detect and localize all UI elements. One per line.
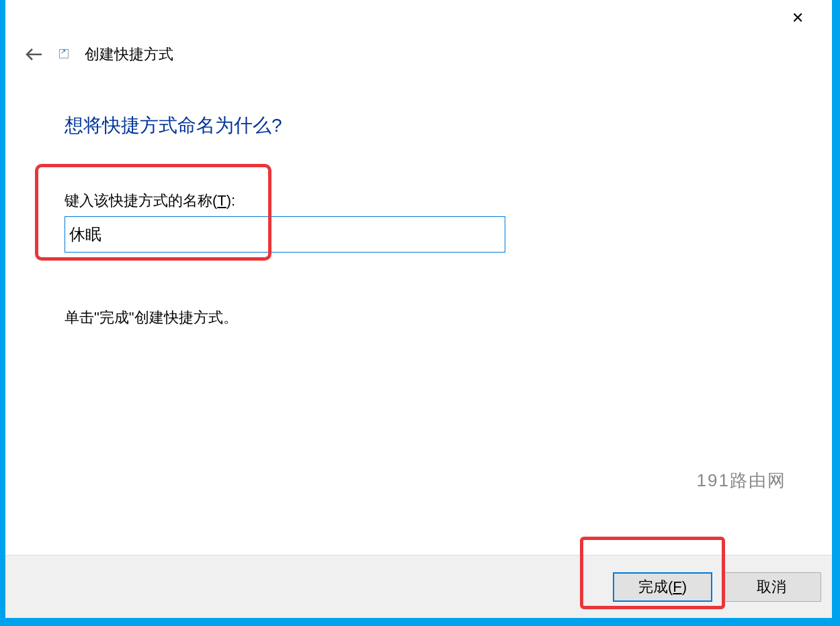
instruction-text: 单击"完成"创建快捷方式。 (65, 308, 805, 328)
label-suffix: ): (226, 192, 235, 209)
footer-bar: 完成(F) 取消 (5, 555, 832, 618)
finish-button[interactable]: 完成(F) (613, 572, 712, 602)
close-icon: ✕ (792, 9, 804, 27)
back-arrow-icon (26, 47, 43, 62)
name-field-label: 键入该快捷方式的名称(T): (65, 191, 805, 211)
finish-accelerator: F (673, 578, 681, 596)
finish-prefix: 完成( (638, 577, 673, 597)
cancel-button[interactable]: 取消 (722, 572, 821, 602)
wizard-title: 创建快捷方式 (85, 44, 173, 64)
header-row: 创建快捷方式 (5, 38, 832, 71)
shortcut-name-input[interactable] (65, 216, 505, 253)
finish-suffix: ) (682, 578, 687, 596)
label-accelerator: T (217, 192, 226, 209)
titlebar: ✕ (5, 0, 832, 38)
cancel-label: 取消 (757, 577, 786, 597)
shortcut-icon (59, 49, 70, 60)
label-prefix: 键入该快捷方式的名称( (65, 192, 217, 209)
create-shortcut-wizard: ✕ 创建快捷方式 想将快捷方式命名为什么? 键入该快捷方式的名称(T): 单击"… (5, 0, 832, 618)
back-button[interactable] (24, 44, 44, 64)
watermark-text: 191路由网 (697, 469, 786, 492)
name-field-group: 键入该快捷方式的名称(T): (65, 191, 805, 253)
question-heading: 想将快捷方式命名为什么? (65, 113, 805, 138)
close-button[interactable]: ✕ (788, 8, 808, 28)
content-area: 想将快捷方式命名为什么? 键入该快捷方式的名称(T): 单击"完成"创建快捷方式… (5, 71, 832, 555)
